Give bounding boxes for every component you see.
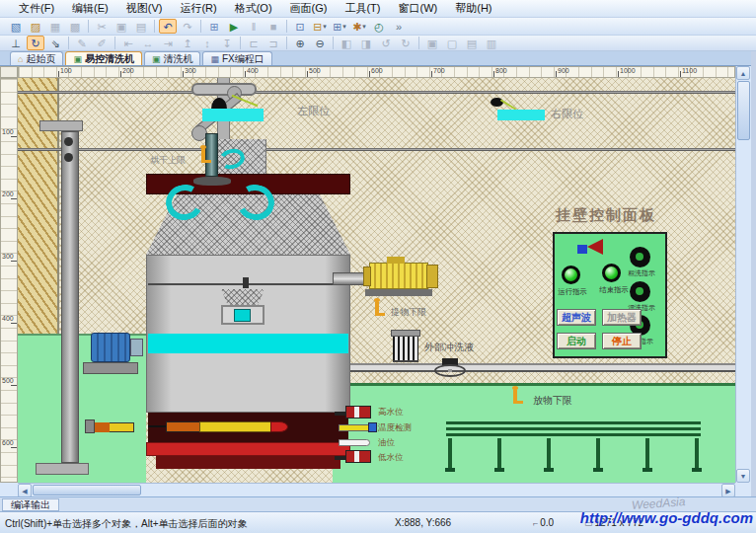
external-rinse-label[interactable]: 外部冲洗液	[424, 341, 474, 354]
gantry-rail-top[interactable]	[18, 91, 735, 94]
horizontal-scroll-thumb[interactable]	[33, 485, 141, 495]
rinse-lamp[interactable]	[630, 281, 650, 302]
vertical-scrollbar[interactable]: ▲ ▼	[735, 66, 751, 483]
temperature-probe[interactable]	[339, 424, 370, 431]
tank-foot[interactable]	[156, 456, 340, 469]
ruler-tick	[11, 447, 17, 448]
menu-run[interactable]: 运行(R)	[171, 0, 225, 17]
high-water-sensor[interactable]	[345, 406, 371, 419]
menu-edit[interactable]: 编辑(E)	[63, 0, 117, 17]
zoom-in-button[interactable]: ⊕	[291, 36, 309, 50]
scroll-right-icon[interactable]: ▶	[721, 484, 735, 497]
menu-window[interactable]: 窗口(W)	[390, 0, 447, 17]
scroll-down-icon[interactable]: ▼	[736, 469, 750, 483]
design-canvas[interactable]: 外部冲洗液 左限位 右限位 烘干上限 提物下限 放物下限 高水位	[18, 78, 735, 483]
panel-title[interactable]: 挂壁控制面板	[556, 206, 656, 225]
tab-label: 易控清洗机	[85, 52, 134, 66]
screens-dropdown[interactable]: ⊟▾	[311, 19, 329, 34]
compile-output-tab[interactable]: 编译输出	[2, 498, 59, 511]
low-water-label[interactable]: 低水位	[378, 452, 404, 464]
anchor-tool[interactable]: ⊥	[7, 36, 25, 50]
redo-button: ↷	[179, 19, 196, 34]
bench-foot	[544, 468, 554, 472]
run-button[interactable]: ▶	[225, 19, 243, 34]
dry-upper-limit-label[interactable]: 烘干上限	[150, 154, 186, 167]
new-screen-button[interactable]: ▧	[7, 19, 25, 34]
menu-view[interactable]: 视图(V)	[117, 0, 172, 17]
support-pole[interactable]	[61, 131, 79, 463]
rotate-tool[interactable]: ↻	[27, 36, 44, 50]
tab-yikong-washer[interactable]: ▣易控清洗机	[65, 51, 142, 65]
status-hint: Ctrl(Shift)+单击选择多个对象，Alt+单击选择后面的对象	[5, 517, 248, 531]
clock-button[interactable]: ◴	[370, 19, 388, 34]
menu-format[interactable]: 格式(O)	[226, 0, 281, 17]
vertical-scroll-thumb[interactable]	[737, 81, 750, 140]
menu-help[interactable]: 帮助(H)	[446, 0, 500, 17]
pump-motor[interactable]	[91, 333, 130, 362]
left-limit-label[interactable]: 左限位	[297, 104, 330, 118]
start-button[interactable]: 启动	[557, 333, 596, 349]
zoom-out-button[interactable]: ⊖	[311, 36, 329, 50]
pole-bracket[interactable]	[39, 120, 83, 131]
pole-bolt	[64, 153, 73, 162]
rinse-brush[interactable]	[393, 337, 418, 362]
hoist-hook[interactable]	[205, 133, 218, 177]
group-button: ▣	[423, 36, 441, 50]
ruler-number: 1000	[620, 67, 636, 74]
bench-foot	[692, 468, 702, 472]
cut-button: ✂	[93, 19, 111, 34]
right-limit-marker[interactable]	[497, 110, 545, 120]
motor[interactable]	[369, 263, 428, 289]
brush-cap[interactable]	[391, 330, 420, 337]
menu-tools[interactable]: 工具(T)	[336, 0, 389, 17]
undo-button[interactable]: ↶	[159, 19, 177, 34]
high-water-label[interactable]: 高水位	[378, 407, 404, 419]
skew-tool[interactable]: ⇘	[46, 36, 64, 50]
workpiece[interactable]	[234, 309, 251, 322]
ultrasonic-button[interactable]: 超声波	[557, 309, 596, 326]
low-water-sensor[interactable]	[345, 450, 371, 463]
open-button[interactable]: ▨	[27, 19, 44, 34]
water-level-band[interactable]	[148, 334, 348, 353]
place-lower-limit-label[interactable]: 放物下限	[533, 394, 572, 408]
menu-screen[interactable]: 画面(G)	[281, 0, 337, 17]
scroll-left-icon[interactable]: ◀	[18, 484, 32, 497]
tank-red-base[interactable]	[146, 442, 350, 456]
bench-top[interactable]	[446, 421, 701, 438]
ruler-number: 1100	[682, 67, 697, 74]
sensor-stem	[335, 456, 345, 460]
status-position: X:888, Y:666	[395, 517, 451, 528]
oil-level-probe[interactable]	[339, 439, 370, 446]
tools-dropdown[interactable]: ✱▾	[350, 19, 368, 34]
pipe[interactable]	[314, 363, 735, 372]
menu-file[interactable]: 文件(F)	[10, 0, 63, 17]
valve-handwheel[interactable]	[434, 364, 466, 377]
tab-start-page[interactable]: ⌂起始页	[10, 51, 63, 65]
scroll-up-icon[interactable]: ▲	[736, 66, 750, 80]
monitor-dropdown[interactable]: ⊞▾	[331, 19, 348, 34]
coarse-wash-lamp[interactable]	[630, 247, 650, 267]
heater-mount[interactable]	[166, 421, 201, 432]
tab-washer[interactable]: ▣清洗机	[144, 51, 201, 65]
heater-rod[interactable]	[199, 421, 276, 432]
ruler-tick	[680, 71, 681, 77]
flip-h-button: ◧	[338, 36, 355, 50]
horizontal-scrollbar[interactable]: ◀ ▶	[18, 483, 735, 496]
edit-points-tool: ✎	[73, 36, 91, 50]
heater-button[interactable]: 加热器	[602, 309, 642, 326]
temperature-label[interactable]: 温度检测	[378, 422, 412, 434]
new-window-button[interactable]: ⊡	[291, 19, 309, 34]
gantry-rail-bottom[interactable]	[18, 148, 735, 151]
right-limit-label[interactable]: 右限位	[551, 107, 583, 121]
gantry-trolley[interactable]	[191, 83, 257, 96]
pole-base[interactable]	[36, 463, 89, 475]
lift-lower-limit-label[interactable]: 提物下限	[391, 306, 426, 319]
finish-indicator-lamp[interactable]	[602, 264, 621, 282]
grid-button[interactable]: ⊞	[205, 19, 223, 34]
run-indicator-lamp[interactable]	[562, 266, 580, 284]
left-limit-marker[interactable]	[202, 109, 264, 121]
oil-level-label[interactable]: 油位	[378, 437, 395, 449]
toolbar-overflow[interactable]: »	[390, 19, 408, 34]
stop-button[interactable]: 停止	[602, 333, 642, 349]
tab-fx-port[interactable]: ▦FX编程口	[202, 51, 271, 65]
